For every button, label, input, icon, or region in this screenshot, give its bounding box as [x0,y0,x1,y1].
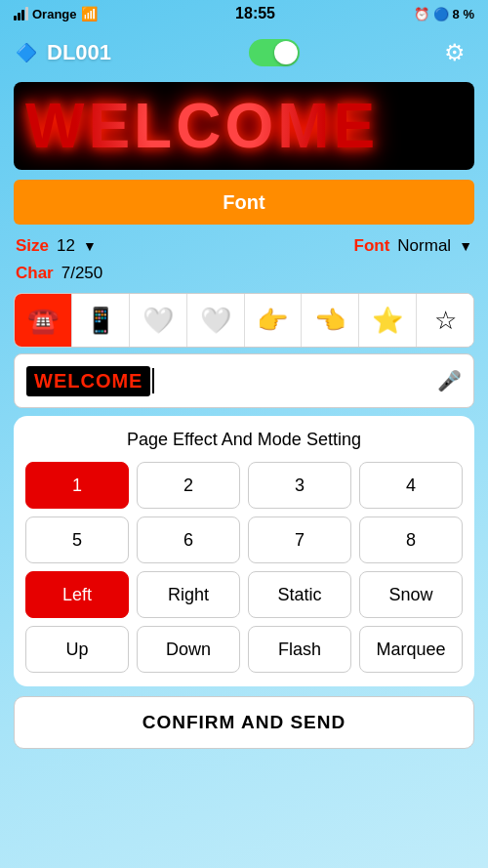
controls-row-1: Size 12 ▼ Font Normal ▼ [0,232,488,260]
signal-icon [14,7,28,21]
font-value: Normal [397,236,451,256]
emoji-heart-outline[interactable]: 🤍 [130,294,187,347]
carrier-label: Orange [32,7,77,21]
effect-btn-right[interactable]: Right [137,571,240,618]
effect-btn-6[interactable]: 6 [137,517,240,563]
confirm-button[interactable]: CONFIRM AND SEND [14,696,474,749]
status-bar: Orange 📶 18:55 ⏰ 🔵 8 % [0,0,488,27]
device-name: DL001 [47,40,111,65]
emoji-heart-filled[interactable]: 🤍 [187,294,245,347]
bluetooth-status-icon: 🔵 [433,7,449,21]
text-input-area[interactable]: WELCOME 🎤 [14,353,474,408]
effect-btn-up[interactable]: Up [25,626,129,673]
settings-icon[interactable]: ⚙ [437,35,472,70]
wifi-icon: 📶 [81,6,98,21]
font-label: Font [354,236,390,256]
effect-btn-1[interactable]: 1 [25,462,129,509]
emoji-point-left[interactable]: 👈 [302,294,359,347]
effect-btn-marquee[interactable]: Marquee [359,626,463,673]
effect-btn-snow[interactable]: Snow [359,571,463,618]
emoji-star-filled[interactable]: ⭐ [359,294,417,347]
alarm-icon: ⏰ [414,7,429,21]
effect-number-grid: 1 2 3 4 5 6 7 8 Left Right Static Snow U… [25,462,463,673]
effect-btn-down[interactable]: Down [137,626,240,673]
time-label: 18:55 [235,5,275,22]
battery-label: 8 % [453,7,474,21]
led-text: WELCOME [25,90,379,162]
page-effect-section: Page Effect And Mode Setting 1 2 3 4 5 6… [14,416,474,686]
effect-btn-flash[interactable]: Flash [248,626,351,673]
text-cursor [152,368,154,393]
effect-btn-7[interactable]: 7 [248,517,351,563]
emoji-point-right[interactable]: 👉 [245,294,303,347]
emoji-phone-classic[interactable]: ☎️ [15,294,72,347]
char-value: 7/250 [61,264,103,283]
size-value: 12 [57,236,75,256]
effect-btn-3[interactable]: 3 [248,462,351,509]
effect-btn-8[interactable]: 8 [359,517,463,563]
text-input-value: WELCOME [26,366,150,396]
emoji-row: ☎️ 📱 🤍 🤍 👉 👈 ⭐ ☆ [14,293,474,348]
emoji-star-outline[interactable]: ☆ [417,294,473,347]
page-effect-title: Page Effect And Mode Setting [25,430,463,450]
effect-btn-5[interactable]: 5 [25,517,129,563]
bluetooth-icon: 🔷 [16,42,37,63]
header: 🔷 DL001 ⚙ [0,27,488,78]
size-label: Size [16,236,49,256]
effect-btn-2[interactable]: 2 [137,462,240,509]
power-toggle[interactable] [249,39,300,66]
effect-btn-static[interactable]: Static [248,571,351,618]
effect-btn-left[interactable]: Left [25,571,129,618]
led-display: WELCOME [14,82,474,170]
size-dropdown-icon[interactable]: ▼ [83,238,97,254]
emoji-phone-red[interactable]: 📱 [72,294,130,347]
voice-icon[interactable]: 🎤 [437,369,462,393]
font-dropdown-icon[interactable]: ▼ [459,238,472,254]
effect-btn-4[interactable]: 4 [359,462,463,509]
char-label: Char [16,264,54,283]
controls-row-2: Char 7/250 [0,260,488,287]
font-button[interactable]: Font [14,180,474,225]
